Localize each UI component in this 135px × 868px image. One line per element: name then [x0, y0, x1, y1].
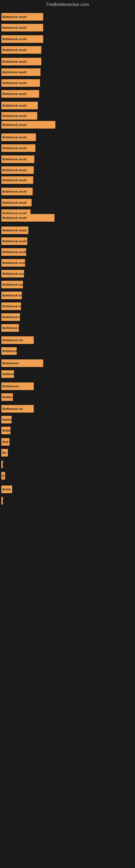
- bar-label: Bottleneck r: [2, 362, 20, 365]
- bar-label: Bottleneck result: [2, 158, 27, 161]
- site-title: TheBottlenecker.com: [0, 0, 135, 8]
- bar-item: |: [1, 461, 3, 468]
- bar-item: Bottleneck result: [1, 259, 25, 267]
- bar-item: Bottleneck result: [1, 13, 43, 21]
- bar-item: Bott: [1, 438, 9, 446]
- bar-item: Bo: [1, 449, 8, 457]
- bar-item: Bottleneck result: [1, 155, 34, 163]
- bar-label: Bottleneck res: [2, 407, 23, 410]
- bar-item: Bottleneck result: [1, 324, 19, 332]
- bar-label: Bottleneck r: [2, 384, 20, 388]
- bar-item: Bottleneck result: [1, 144, 35, 152]
- bar-item: Bottleneck result: [1, 248, 26, 256]
- bar-label: Bottleneck result: [2, 305, 21, 308]
- bar-item: Bottleneck result: [1, 188, 33, 195]
- bar-item: Bottleneck result: [1, 90, 39, 98]
- bar-label: Bottleneck result: [2, 26, 27, 29]
- bar-item: Bottleneck result: [1, 166, 34, 174]
- bar-label: Bottleneck result: [2, 229, 27, 232]
- bar-item: Bottleneck result: [1, 112, 37, 120]
- bar-label: B: [2, 474, 5, 477]
- bar-label: Bottleneck result: [2, 315, 20, 319]
- bar-label: Bottleneck result: [2, 272, 24, 275]
- bar-item: Bottleneck: [1, 393, 13, 401]
- bar-label: Bottleneck result: [2, 201, 27, 204]
- bar-item: Bottleneck result: [1, 46, 41, 54]
- bar-label: Bottlene: [2, 418, 12, 421]
- bar-item: Bottleneck result: [1, 270, 24, 278]
- bar-label: Bottleneck result: [2, 216, 27, 219]
- bar-item: Bottleneck result: [1, 35, 43, 43]
- bar-label: Bo: [2, 451, 6, 454]
- chart-area: Bottleneck resultBottleneck resultBottle…: [0, 8, 135, 863]
- bar-label: Bott: [2, 440, 8, 443]
- bar-item: Bottleneck result: [1, 58, 41, 65]
- bar-label: Bottleneck result: [2, 190, 27, 193]
- bar-item: Bottleneck result: [1, 68, 41, 76]
- bar-item: Bottlenec: [1, 370, 14, 378]
- bar-item: Bottleneck result: [1, 199, 32, 207]
- bar-item: Bottleneck result: [1, 24, 43, 31]
- bar-label: |: [2, 463, 3, 466]
- bar-label: Bottleneck result: [2, 147, 27, 150]
- bar-label: Bottleneck result: [2, 123, 27, 126]
- bar-label: Bottleneck result: [2, 349, 17, 352]
- bar-item: Bottleneck result: [1, 102, 38, 109]
- bar-item: Bottleneck result: [1, 176, 33, 184]
- bar-label: Bottleneck result: [2, 92, 27, 95]
- bar-label: Bottleneck result: [2, 283, 23, 286]
- bar-item: Bottleneck r: [1, 382, 34, 390]
- bar-label: Bottleneck: [2, 396, 13, 399]
- bar-label: Bottleneck result: [2, 60, 27, 63]
- bar-label: |: [2, 499, 3, 502]
- bar-item: Bottleneck result: [1, 133, 36, 141]
- bar-item: Bottleneck r: [1, 360, 43, 367]
- bar-item: Bottleneck res: [1, 336, 34, 344]
- bar-item: Bottleneck r: [1, 427, 10, 434]
- bar-item: Bottleneck result: [1, 281, 23, 288]
- bar-item: Bottleneck result: [1, 121, 55, 129]
- bar-item: Bottleneck result: [1, 313, 20, 321]
- bar-item: Bottleneck result: [1, 237, 27, 245]
- bar-label: Bottleneck result: [2, 48, 27, 52]
- bar-label: Bottleneck result: [2, 240, 27, 243]
- bar-item: Bottleneck result: [1, 214, 54, 222]
- bar-label: Bottleneck result: [2, 179, 27, 182]
- bar-item: Bottleneck result: [1, 226, 28, 234]
- bar-item: Bottleneck res: [1, 405, 34, 412]
- bar-item: Bottle: [1, 486, 12, 493]
- bar-item: B: [1, 472, 5, 479]
- bar-label: Bottleneck result: [2, 168, 27, 172]
- bar-item: Bottleneck result: [1, 291, 22, 299]
- bar-label: Bottleneck result: [2, 15, 27, 19]
- bar-label: Bottlenec: [2, 372, 14, 376]
- bar-label: Bottleneck result: [2, 294, 22, 297]
- bar-item: Bottlene: [1, 416, 12, 424]
- bar-label: Bottleneck result: [2, 250, 26, 254]
- bar-label: Bottle: [2, 488, 11, 491]
- bar-label: Bottleneck result: [2, 114, 27, 118]
- bar-label: Bottleneck result: [2, 82, 27, 85]
- bar-item: Bottleneck result: [1, 347, 17, 355]
- bar-item: |: [1, 497, 3, 504]
- bar-item: Bottleneck result: [1, 303, 21, 310]
- bar-label: Bottleneck result: [2, 135, 27, 139]
- bar-label: Bottleneck result: [2, 326, 19, 330]
- bar-label: Bottleneck result: [2, 37, 27, 41]
- bar-label: Bottleneck res: [2, 339, 23, 342]
- bar-label: Bottleneck result: [2, 261, 25, 265]
- bar-label: Bottleneck result: [2, 70, 27, 74]
- bar-item: Bottleneck result: [1, 79, 40, 87]
- bar-label: Bottleneck r: [2, 429, 10, 432]
- bar-label: Bottleneck result: [2, 104, 27, 107]
